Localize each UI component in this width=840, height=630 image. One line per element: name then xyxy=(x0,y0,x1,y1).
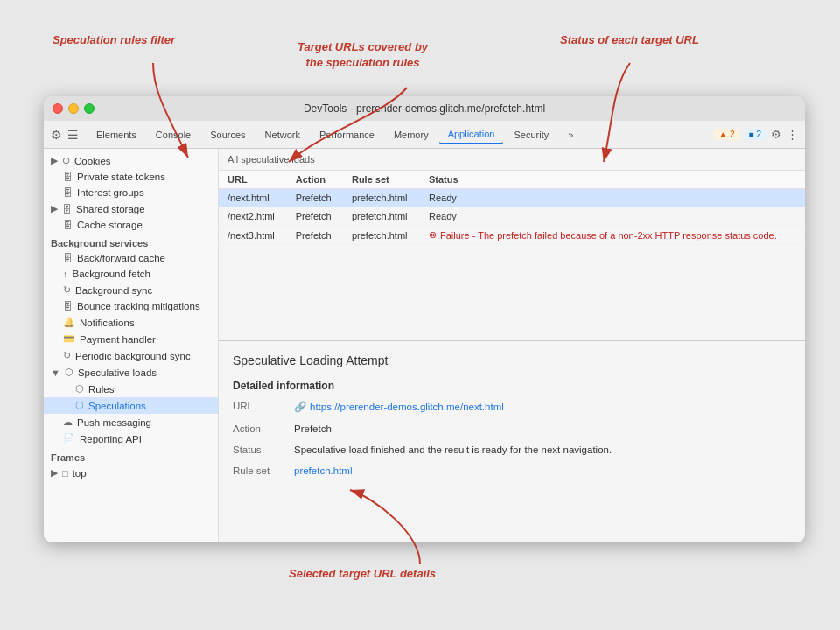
sidebar-item-periodic-bg-sync[interactable]: ↻ Periodic background sync xyxy=(44,347,218,364)
more-options-icon[interactable]: ⋮ xyxy=(787,128,798,141)
info-badge: ■ 2 xyxy=(745,129,766,140)
tab-memory[interactable]: Memory xyxy=(385,126,438,144)
settings-icon[interactable]: ⚙ xyxy=(771,128,781,141)
shared-storage-icon: 🗄 xyxy=(62,204,72,214)
col-action: Action xyxy=(287,171,343,189)
url-value: 🔗 https://prerender-demos.glitch.me/next… xyxy=(294,401,504,413)
title-bar: DevTools - prerender-demos.glitch.me/pre… xyxy=(44,96,805,121)
tab-console[interactable]: Console xyxy=(147,126,200,144)
interest-icon: 🗄 xyxy=(63,187,73,198)
maximize-button[interactable] xyxy=(84,103,94,114)
sidebar-item-payment-handler[interactable]: 💳 Payment handler xyxy=(44,331,218,347)
main-content: ▶ ⊙ Cookies 🗄 Private state tokens 🗄 Int… xyxy=(44,149,805,542)
sidebar-item-speculations[interactable]: ⬡ Speculations xyxy=(44,397,218,414)
sidebar-item-background-fetch[interactable]: ↑ Background fetch xyxy=(44,266,218,282)
sidebar-item-speculative-loads[interactable]: ▼ ⬡ Speculative loads xyxy=(44,364,218,381)
cell-ruleset: prefetch.html xyxy=(343,189,420,207)
cell-status: Ready xyxy=(420,207,805,226)
tab-elements[interactable]: Elements xyxy=(88,126,145,144)
sync-icon: ↻ xyxy=(63,284,71,296)
cell-action: Prefetch xyxy=(287,226,343,245)
payment-icon: 💳 xyxy=(63,333,75,345)
sidebar-item-notifications[interactable]: 🔔 Notifications xyxy=(44,314,218,331)
sidebar-item-interest-groups[interactable]: 🗄 Interest groups xyxy=(44,185,218,200)
tab-sources[interactable]: Sources xyxy=(201,126,254,144)
devtools-icon: ⚙ xyxy=(51,128,62,142)
tab-application[interactable]: Application xyxy=(439,125,504,144)
sidebar-item-shared-storage[interactable]: ▶ 🗄 Shared storage xyxy=(44,200,218,217)
link-icon: 🔗 xyxy=(294,401,306,413)
sidebar-item-background-sync[interactable]: ↻ Background sync xyxy=(44,282,218,298)
report-icon: 📄 xyxy=(63,433,75,444)
bounce-icon: 🗄 xyxy=(63,301,73,312)
detail-action-row: Action Prefetch xyxy=(233,424,791,434)
action-value: Prefetch xyxy=(294,424,332,434)
url-label: URL xyxy=(233,401,294,411)
url-link[interactable]: 🔗 https://prerender-demos.glitch.me/next… xyxy=(294,401,504,413)
speculative-loads-table: URL Action Rule set Status /next.html Pr… xyxy=(219,171,805,245)
cell-url: /next2.html xyxy=(219,207,287,226)
sidebar-item-back-forward-cache[interactable]: 🗄 Back/forward cache xyxy=(44,250,218,266)
cell-action: Prefetch xyxy=(287,207,343,226)
sidebar-item-reporting-api[interactable]: 📄 Reporting API xyxy=(44,430,218,447)
cookies-icon: ⊙ xyxy=(62,155,70,166)
detail-ruleset-row: Rule set prefetch.html xyxy=(233,466,791,476)
spec-loads-icon: ⬡ xyxy=(65,367,74,378)
sidebar: ▶ ⊙ Cookies 🗄 Private state tokens 🗄 Int… xyxy=(44,149,219,542)
status-value: Speculative load finished and the result… xyxy=(294,444,612,455)
sidebar-item-bounce-tracking[interactable]: 🗄 Bounce tracking mitigations xyxy=(44,298,218,314)
status-label: Status xyxy=(233,444,294,455)
frames-label: Frames xyxy=(44,447,218,465)
sidebar-item-private-state-tokens[interactable]: 🗄 Private state tokens xyxy=(44,169,218,185)
triangle-icon: ▶ xyxy=(51,155,58,166)
bf-cache-icon: 🗄 xyxy=(63,253,73,263)
ruleset-link[interactable]: prefetch.html xyxy=(294,466,352,476)
sidebar-item-push-messaging[interactable]: ☁ Push messaging xyxy=(44,414,218,430)
col-status: Status xyxy=(420,171,805,189)
sidebar-item-top[interactable]: ▶ □ top xyxy=(44,465,218,481)
frame-icon: □ xyxy=(62,468,68,479)
tab-more[interactable]: » xyxy=(559,126,582,144)
tab-performance[interactable]: Performance xyxy=(311,126,383,144)
annotation-speculation-rules-filter: Speculation rules filter xyxy=(52,33,175,46)
minimize-button[interactable] xyxy=(68,103,79,114)
cell-url: /next.html xyxy=(219,189,287,207)
detail-section-title: Detailed information xyxy=(233,380,791,392)
expand-top-icon: ▶ xyxy=(51,467,58,479)
db-icon: 🗄 xyxy=(63,172,73,182)
table-row[interactable]: /next.html Prefetch prefetch.html Ready xyxy=(219,189,805,207)
annotation-target-urls: Target URLs covered bythe speculation ru… xyxy=(298,39,428,71)
sidebar-item-rules[interactable]: ⬡ Rules xyxy=(44,381,218,397)
sidebar-item-cache-storage[interactable]: 🗄 Cache storage xyxy=(44,217,218,233)
right-panel: All speculative loads URL Action Rule se… xyxy=(219,149,805,542)
sidebar-item-cookies[interactable]: ▶ ⊙ Cookies xyxy=(44,152,218,169)
col-url: URL xyxy=(219,171,287,189)
cell-status: ⊗ Failure - The prefetch failed because … xyxy=(420,226,805,245)
expand-icon: ▶ xyxy=(51,203,58,214)
cache-icon: 🗄 xyxy=(63,220,73,230)
rules-icon: ⬡ xyxy=(75,383,84,395)
loads-area: All speculative loads URL Action Rule se… xyxy=(219,149,805,341)
error-icon: ⊗ xyxy=(429,229,437,241)
tab-security[interactable]: Security xyxy=(505,126,557,144)
push-icon: ☁ xyxy=(63,416,73,428)
speculations-icon: ⬡ xyxy=(75,400,84,411)
detail-url-row: URL 🔗 https://prerender-demos.glitch.me/… xyxy=(233,401,791,413)
cell-url: /next3.html xyxy=(219,226,287,245)
rule-set-value: prefetch.html xyxy=(294,466,352,476)
detail-title: Speculative Loading Attempt xyxy=(233,354,791,368)
toolbar-icons: ▲ 2 ■ 2 ⚙ ⋮ xyxy=(714,128,798,141)
cell-action: Prefetch xyxy=(287,189,343,207)
bell-icon: 🔔 xyxy=(63,317,75,328)
window-title: DevTools - prerender-demos.glitch.me/pre… xyxy=(304,102,545,115)
expand-spec-icon: ▼ xyxy=(51,368,60,378)
cell-ruleset: prefetch.html xyxy=(343,207,420,226)
table-row[interactable]: /next3.html Prefetch prefetch.html ⊗ Fai… xyxy=(219,226,805,245)
tab-network[interactable]: Network xyxy=(256,126,309,144)
error-status: ⊗ Failure - The prefetch failed because … xyxy=(429,229,796,241)
periodic-icon: ↻ xyxy=(63,350,71,361)
annotation-selected-url-details: Selected target URL details xyxy=(289,567,436,580)
detail-status-row: Status Speculative load finished and the… xyxy=(233,444,791,455)
close-button[interactable] xyxy=(52,103,63,114)
table-row[interactable]: /next2.html Prefetch prefetch.html Ready xyxy=(219,207,805,226)
